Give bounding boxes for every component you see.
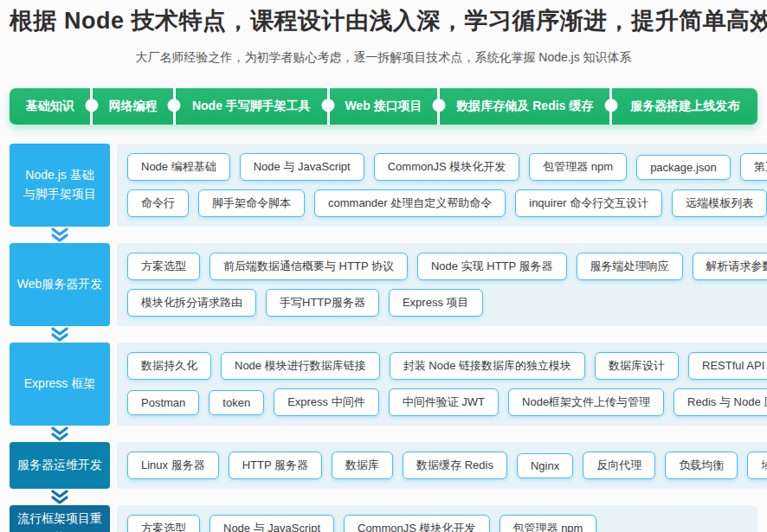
pipeline-stage: 服务器搭建上线发布 [612, 88, 757, 125]
course-topic-tag: Node 编程基础 [127, 153, 230, 181]
tag-row: 方案选型Node 与 JavaScriptCommonJS 模块化开发包管理器 … [127, 515, 747, 532]
course-topic-tag: 域名解析 [747, 452, 767, 479]
section-label: 流行框架项目重构 [10, 505, 110, 532]
double-chevron-down-icon [49, 490, 70, 504]
course-topic-tag: 命令行 [127, 189, 189, 217]
stage-separator-dot [173, 88, 176, 125]
section-tag-panel: Linux 服务器HTTP 服务器数据库数据缓存 RedisNginx反向代理负… [117, 442, 767, 489]
course-topic-tag: 数据持久化 [127, 352, 211, 380]
course-topic-tag: Redis 与 Node 应用 [674, 388, 767, 416]
tag-row: Node 编程基础Node 与 JavaScriptCommonJS 模块化开发… [127, 153, 767, 181]
section-tag-panel: Node 编程基础Node 与 JavaScriptCommonJS 模块化开发… [117, 144, 767, 227]
course-topic-tag: Node 实现 HTTP 服务器 [417, 253, 567, 280]
stage-separator-dot [437, 88, 440, 125]
course-topic-tag: Nginx [517, 453, 573, 478]
course-topic-tag: 服务端处理响应 [577, 253, 683, 280]
course-topic-tag: token [209, 390, 264, 415]
course-topic-tag: Node 与 JavaScript [209, 515, 334, 532]
stage-separator-dot [327, 88, 330, 125]
course-topic-tag: 包管理器 npm [500, 515, 597, 532]
pipeline-stage: 数据库存储及 Redis 缓存 [440, 88, 609, 125]
section-label: Web服务器开发 [10, 243, 110, 326]
course-topic-tag: 方案选型 [127, 253, 200, 280]
course-topic-tag: Node框架文件上传与管理 [508, 388, 664, 416]
course-topic-tag: RESTful API 接口规范 [688, 352, 767, 380]
course-topic-tag: CommonJS 模块化开发 [374, 153, 520, 181]
course-topic-tag: package.json [636, 155, 731, 180]
tag-row: Linux 服务器HTTP 服务器数据库数据缓存 RedisNginx反向代理负… [127, 452, 767, 479]
course-topic-tag: 前后端数据通信概要与 HTTP 协议 [209, 253, 408, 280]
section-label: Express 框架 [10, 343, 110, 426]
course-topic-tag: 第三方工具包 [740, 153, 767, 181]
section-label: Node.js 基础 与脚手架项目 [10, 144, 110, 227]
course-topic-tag: 反向代理 [583, 452, 655, 479]
tag-row: 模块化拆分请求路由手写HTTP服务器Express 项目 [127, 289, 767, 317]
pipeline-stage: 基础知识 [10, 88, 90, 125]
section-tag-panel: 数据持久化Node 模块进行数据库链接封装 Node 链接数据库的独立模块数据库… [117, 343, 767, 426]
tag-row: 数据持久化Node 模块进行数据库链接封装 Node 链接数据库的独立模块数据库… [127, 352, 767, 380]
section-web-server: Web服务器开发 方案选型前后端数据通信概要与 HTTP 协议Node 实现 H… [10, 243, 757, 326]
curriculum-infographic: 根据 Node 技术特点，课程设计由浅入深，学习循序渐进，提升简单高效 大厂名师… [0, 0, 767, 532]
tag-row: 命令行脚手架命令脚本commander 处理自定义帮助命令inquirer 命令… [127, 189, 767, 217]
section-divider [10, 490, 110, 504]
double-chevron-down-icon [49, 228, 70, 242]
tag-row: PostmantokenExpress 中间件中间件验证 JWTNode框架文件… [127, 388, 767, 416]
course-topic-tag: 模块化拆分请求路由 [127, 289, 256, 317]
course-topic-tag: Linux 服务器 [127, 452, 219, 479]
section-nodejs-basics: Node.js 基础 与脚手架项目 Node 编程基础Node 与 JavaSc… [10, 144, 757, 227]
section-divider [10, 228, 110, 242]
page-subtitle: 大厂名师经验之作，为初学者贴心考虑，逐一拆解项目技术点，系统化掌握 Node.j… [10, 50, 757, 66]
curriculum-sections: Node.js 基础 与脚手架项目 Node 编程基础Node 与 JavaSc… [10, 144, 757, 532]
pipeline-stage: Web 接口项目 [330, 88, 437, 125]
course-topic-tag: Express 中间件 [274, 388, 379, 416]
course-topic-tag: 方案选型 [127, 515, 200, 532]
course-topic-tag: 封装 Node 链接数据库的独立模块 [390, 352, 585, 380]
course-topic-tag: 远端模板列表 [672, 189, 767, 217]
course-topic-tag: CommonJS 模块化开发 [344, 515, 490, 532]
course-topic-tag: 包管理器 npm [529, 153, 627, 181]
course-topic-tag: 中间件验证 JWT [389, 388, 499, 416]
learning-path-bar: 基础知识网络编程Node 手写脚手架工具Web 接口项目数据库存储及 Redis… [10, 88, 757, 125]
section-tag-panel: 方案选型前后端数据通信概要与 HTTP 协议Node 实现 HTTP 服务器服务… [117, 243, 767, 326]
course-topic-tag: HTTP 服务器 [229, 452, 322, 479]
course-topic-tag: 解析请求参数 [693, 253, 767, 280]
pipeline-stage: Node 手写脚手架工具 [176, 88, 327, 125]
course-topic-tag: 数据库设计 [595, 352, 679, 380]
section-divider [10, 426, 110, 441]
course-topic-tag: 负载均衡 [665, 452, 738, 479]
section-server-ops: 服务器运维开发 Linux 服务器HTTP 服务器数据库数据缓存 RedisNg… [10, 442, 757, 489]
section-label: 服务器运维开发 [10, 442, 110, 489]
double-chevron-down-icon [49, 327, 70, 342]
course-topic-tag: 数据缓存 Redis [403, 452, 507, 479]
course-topic-tag: 手写HTTP服务器 [266, 289, 379, 317]
page-title: 根据 Node 技术特点，课程设计由浅入深，学习循序渐进，提升简单高效 [10, 0, 757, 36]
section-framework-refactor: 流行框架项目重构 方案选型Node 与 JavaScriptCommonJS 模… [10, 505, 757, 532]
course-topic-tag: Node 与 JavaScript [240, 153, 364, 181]
course-topic-tag: Postman [127, 390, 199, 415]
stage-separator-dot [90, 88, 93, 125]
section-tag-panel: 方案选型Node 与 JavaScriptCommonJS 模块化开发包管理器 … [117, 505, 757, 532]
section-divider [10, 327, 110, 342]
course-topic-tag: inquirer 命令行交互设计 [515, 189, 662, 217]
section-express: Express 框架 数据持久化Node 模块进行数据库链接封装 Node 链接… [10, 343, 757, 426]
course-topic-tag: 数据库 [332, 452, 393, 479]
stage-separator-dot [609, 88, 612, 125]
tag-row: 方案选型前后端数据通信概要与 HTTP 协议Node 实现 HTTP 服务器服务… [127, 253, 767, 280]
course-topic-tag: commander 处理自定义帮助命令 [314, 189, 506, 217]
course-topic-tag: 脚手架命令脚本 [198, 189, 305, 217]
course-topic-tag: Node 模块进行数据库链接 [221, 352, 380, 380]
course-topic-tag: Express 项目 [389, 289, 483, 317]
double-chevron-down-icon [49, 426, 70, 441]
pipeline-stage: 网络编程 [93, 88, 173, 125]
